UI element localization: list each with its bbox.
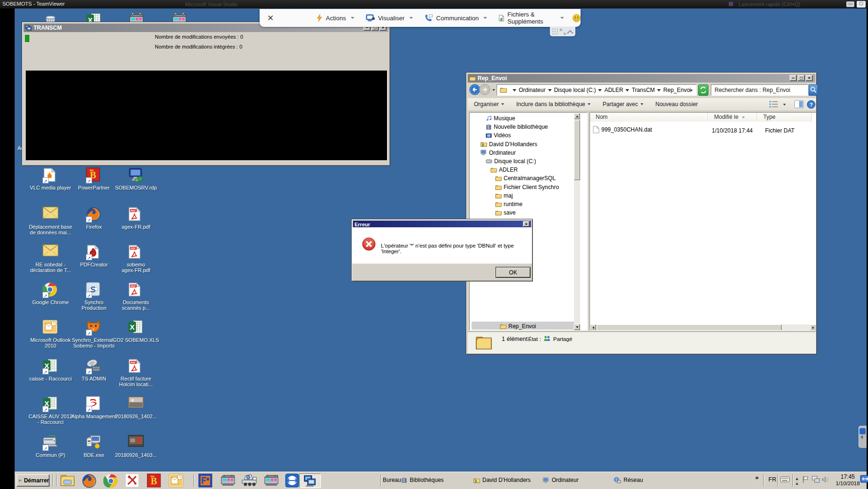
remote-desktop: XVLC media playerBPowerPartnerSOBEMOSRV.… bbox=[15, 8, 867, 471]
tray-expand-icon[interactable]: ▲▲ bbox=[795, 476, 799, 486]
tree-scroll-thumb[interactable] bbox=[574, 120, 580, 180]
address-bar[interactable]: OrdinateurDisque local (C:)ADLERTransCMR… bbox=[497, 84, 697, 96]
taskbar-toolbar-ordinateur[interactable]: Ordinateur bbox=[543, 477, 579, 483]
error-dialog-titlebar[interactable]: Erreur × bbox=[353, 221, 531, 228]
desktop-icon[interactable]: PDFsobemo agex-FR.pdf bbox=[108, 244, 164, 273]
tree-item[interactable]: save bbox=[495, 208, 515, 217]
breadcrumb-item[interactable]: Disque local (C:) bbox=[554, 87, 596, 93]
desktop-icon[interactable]: XCO2 SOBEMO.XLS bbox=[108, 320, 164, 343]
tree-item[interactable]: maj bbox=[495, 191, 513, 200]
tree-item[interactable]: Disque local (C:) bbox=[486, 157, 536, 166]
history-dropdown[interactable] bbox=[492, 89, 495, 91]
teamviewer-side-panel-grip[interactable] bbox=[859, 426, 867, 448]
tree-item[interactable]: runtime bbox=[495, 200, 522, 208]
desktop-icon[interactable]: SOBEMOSRV.rdp bbox=[108, 167, 164, 191]
breadcrumb[interactable]: OrdinateurDisque local (C:)ADLERTransCMR… bbox=[510, 87, 691, 93]
language-indicator[interactable]: FR bbox=[768, 476, 776, 483]
clock[interactable]: 17:45 1/10/2018 bbox=[835, 473, 860, 487]
address-dropdown[interactable] bbox=[690, 90, 693, 91]
commandbar-inclure-dans-la-biblioth-que[interactable]: Inclure dans la bibliothèque bbox=[516, 101, 590, 108]
tray-network-icon[interactable] bbox=[812, 476, 820, 483]
explorer-maximize-button[interactable]: □ bbox=[798, 75, 805, 81]
quicklaunch-machine[interactable] bbox=[220, 473, 236, 489]
commandbar-partager-avec[interactable]: Partager avec bbox=[603, 101, 643, 108]
tree-item[interactable]: Rep_Envoi bbox=[500, 322, 536, 331]
file-row[interactable]: 999_0350CHAN.dat bbox=[593, 126, 652, 133]
tv-feedback-smiley-icon[interactable] bbox=[573, 14, 581, 22]
preview-pane-button[interactable] bbox=[794, 100, 804, 108]
tv-menu-fichiers-suppléments[interactable]: Fichiers & Suppléments bbox=[498, 11, 564, 25]
teamviewer-toolbar-grip[interactable] bbox=[550, 27, 575, 36]
tree-scrollbar[interactable] bbox=[574, 113, 581, 331]
views-dropdown[interactable] bbox=[783, 104, 786, 106]
status-state-label: État : bbox=[528, 336, 541, 342]
taskbar-toolbar-bibliothèques[interactable]: Bibliothèques bbox=[401, 477, 444, 483]
column-header-type[interactable]: Type bbox=[758, 113, 812, 122]
error-dialog-close-button[interactable]: × bbox=[523, 221, 530, 227]
explorer-minimize-button[interactable]: – bbox=[790, 75, 797, 81]
toolbar-overflow-chevron[interactable]: » bbox=[755, 474, 758, 481]
tree-item[interactable]: CentralmanagerSQL bbox=[495, 174, 556, 182]
tv-menu-communication[interactable]: Communication bbox=[424, 14, 487, 22]
quicklaunch-firefox[interactable] bbox=[82, 473, 98, 489]
tree-item[interactable]: Musique bbox=[486, 114, 515, 123]
quicklaunch-truck[interactable] bbox=[242, 473, 258, 489]
search-icon[interactable] bbox=[809, 84, 818, 96]
tree-item[interactable]: Ordinateur bbox=[480, 149, 516, 157]
breadcrumb-item[interactable]: ADLER bbox=[604, 87, 623, 93]
start-button[interactable]: Démarrer bbox=[17, 474, 50, 487]
column-header-nom[interactable]: Nom bbox=[590, 113, 708, 122]
help-button[interactable]: ? bbox=[807, 100, 816, 109]
tree-item[interactable]: ADLER bbox=[490, 166, 518, 174]
quicklaunch-fp[interactable] bbox=[198, 473, 214, 489]
breadcrumb-item[interactable]: Rep_Envoi bbox=[663, 87, 691, 93]
breadcrumb-item[interactable]: Ordinateur bbox=[519, 87, 546, 93]
search-box[interactable]: Rechercher dans : Rep_Envoi bbox=[711, 84, 808, 96]
tree-scroll-down[interactable] bbox=[574, 324, 580, 330]
column-header-modifi-le[interactable]: Modifié le bbox=[708, 113, 757, 122]
views-button[interactable] bbox=[769, 100, 779, 108]
files-hscrollbar[interactable] bbox=[590, 324, 816, 331]
explorer-close-button[interactable]: × bbox=[806, 75, 813, 81]
files-scroll-left[interactable] bbox=[590, 324, 596, 331]
quicklaunch-outlook[interactable] bbox=[169, 473, 185, 489]
tree-item[interactable]: Nouvelle bibliothèque bbox=[486, 123, 548, 131]
desktop-icon[interactable]: PDFagex-FR.pdf bbox=[108, 207, 164, 230]
quicklaunch-teamviewer[interactable] bbox=[285, 473, 301, 489]
taskbar-toolbar-david-d-hollanders[interactable]: David D'Hollanders bbox=[473, 477, 531, 483]
tree-item[interactable]: Fichier Client Synchro bbox=[495, 183, 559, 191]
commandbar-organiser[interactable]: Organiser bbox=[474, 101, 504, 108]
local-minimize-button[interactable]: — bbox=[846, 1, 854, 7]
tv-menu-visualiser[interactable]: Visualiser bbox=[366, 14, 413, 22]
forward-button[interactable] bbox=[479, 84, 490, 95]
quicklaunch-machine[interactable] bbox=[263, 473, 279, 489]
tree-item[interactable]: Vidéos bbox=[486, 131, 511, 140]
ok-button[interactable]: OK bbox=[496, 267, 531, 278]
quicklaunch-explorer-folder[interactable] bbox=[60, 473, 76, 489]
quicklaunch-powerpartner[interactable]: B bbox=[147, 473, 163, 489]
tv-menu-actions[interactable]: Actions bbox=[316, 14, 354, 22]
local-maximize-button[interactable]: ▢ bbox=[857, 1, 866, 8]
tv-close-icon[interactable]: ✕ bbox=[267, 13, 274, 23]
desktop-icon[interactable]: 20180926_1402... bbox=[108, 396, 164, 419]
desktop-icon[interactable]: PDFRectif facture Holcim locati... bbox=[108, 358, 164, 387]
tree-item[interactable]: David D'Hollanders bbox=[480, 140, 537, 149]
tray-teamviewer-icon[interactable] bbox=[860, 474, 868, 485]
taskbar-running-transcm[interactable] bbox=[299, 473, 321, 488]
taskbar-toolbar-réseau[interactable]: Réseau bbox=[614, 477, 643, 483]
files-scroll-thumb[interactable] bbox=[597, 324, 782, 331]
files-scroll-right[interactable] bbox=[810, 324, 816, 331]
quicklaunch-redx[interactable] bbox=[125, 473, 141, 489]
breadcrumb-item[interactable]: TransCM bbox=[632, 87, 655, 93]
taskbar-toolbar-bureau[interactable]: Bureau bbox=[383, 477, 401, 483]
tree-scroll-up[interactable] bbox=[574, 113, 580, 119]
explorer-titlebar[interactable]: Rep_Envoi – □ × bbox=[468, 74, 815, 83]
desktop-icon[interactable]: PDFDocuments scannés p... bbox=[108, 282, 164, 311]
desktop-icon[interactable]: 20180926_1403... bbox=[108, 435, 164, 458]
commandbar-nouveau-dossier[interactable]: Nouveau dossier bbox=[656, 101, 698, 108]
keyboard-layout-icon[interactable] bbox=[780, 476, 790, 483]
quicklaunch-chrome[interactable] bbox=[103, 473, 119, 489]
tray-flag-icon[interactable] bbox=[802, 475, 810, 484]
refresh-button[interactable] bbox=[698, 84, 708, 96]
tray-volume-icon[interactable] bbox=[821, 476, 830, 483]
